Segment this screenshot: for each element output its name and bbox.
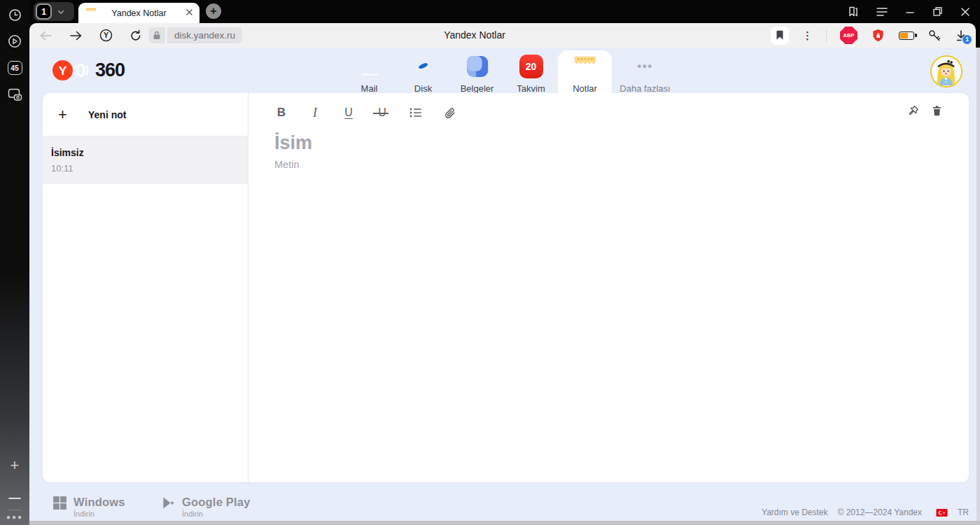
language-selector[interactable]: TR	[958, 507, 969, 517]
download-badge: 1	[962, 35, 972, 44]
tab-count-badge: 1	[36, 4, 52, 20]
battery-icon[interactable]	[899, 31, 914, 40]
logo-y-icon	[52, 60, 73, 80]
browser-side-panel: 45 + ●●●	[0, 0, 29, 525]
titlebar: 1 Yandex Notlar +	[29, 0, 980, 23]
note-title-input[interactable]: İsim	[274, 132, 312, 154]
mail-shortcut-icon[interactable]	[0, 479, 29, 505]
password-manager-icon[interactable]	[927, 29, 941, 43]
bold-button[interactable]: B	[274, 104, 288, 121]
more-apps-icon: •••	[634, 55, 657, 78]
browser-tab[interactable]: Yandex Notlar	[78, 3, 200, 23]
score-badge[interactable]: 45	[0, 55, 29, 81]
lock-icon[interactable]	[148, 27, 165, 43]
google-play-icon	[161, 496, 176, 510]
tab-group-counter[interactable]: 1	[34, 2, 74, 21]
close-button[interactable]	[960, 7, 970, 17]
tab-favicon-notes-icon	[85, 7, 97, 21]
attach-button[interactable]	[442, 104, 456, 121]
app-label-disk: Disk	[414, 83, 432, 94]
page-title: Yandex Notlar	[444, 23, 505, 48]
browser-window: 45 + ●●● 1 Yandex Notlar	[0, 0, 980, 525]
address-bar: Y disk.yandex.ru Yandex Notlar ⋮ ABP	[29, 23, 976, 48]
bookmarks-panel-icon[interactable]	[847, 6, 859, 18]
new-note-button[interactable]: + Yeni not	[43, 93, 248, 136]
windows-download-title: Windows	[74, 496, 125, 509]
new-tab-button[interactable]: +	[206, 4, 221, 19]
url-domain[interactable]: disk.yandex.ru	[167, 27, 242, 43]
mail-app-icon	[358, 55, 382, 78]
app-label-notlar: Notlar	[573, 83, 597, 94]
player-icon[interactable]	[0, 28, 29, 55]
logo-360-lens-icon	[71, 60, 91, 80]
svg-text:Y: Y	[104, 31, 108, 39]
sidebar-add-icon[interactable]: +	[0, 452, 29, 479]
google-play-download-link[interactable]: Google Play İndirin	[161, 496, 251, 518]
bookmark-icon[interactable]	[771, 27, 789, 45]
windows-icon	[52, 496, 67, 510]
protect-shield-icon[interactable]	[871, 28, 886, 43]
note-title: İsimsiz	[51, 147, 239, 158]
google-play-download-title: Google Play	[182, 496, 251, 509]
page-viewport: 360 Mail Disk Belgeler 20 Takvim Notlar	[29, 48, 980, 525]
calendar-app-icon: 20	[519, 55, 543, 78]
forward-icon[interactable]	[69, 30, 83, 41]
yandex-search-icon[interactable]: Y	[99, 29, 113, 42]
tab-close-icon[interactable]	[185, 8, 194, 17]
score-badge-value: 45	[8, 61, 22, 75]
note-editor: B I U U	[249, 93, 969, 482]
note-list-item[interactable]: İsimsiz 10:11	[43, 136, 248, 184]
app-label-mail: Mail	[361, 83, 378, 94]
tab-title: Yandex Notlar	[111, 8, 166, 18]
notes-panel: + Yeni not İsimsiz 10:11	[43, 93, 248, 482]
more-options-icon[interactable]: ⋮	[802, 29, 813, 42]
sidebar-divider	[8, 510, 22, 510]
note-time: 10:11	[51, 163, 239, 174]
documents-app-icon	[465, 55, 489, 78]
menu-icon[interactable]	[876, 7, 888, 17]
windows-download-action: İndirin	[74, 510, 125, 518]
editor-toolbar: B I U U	[274, 103, 456, 122]
toolbar-divider	[826, 29, 827, 42]
downloads-icon[interactable]: 1	[955, 29, 967, 42]
window-right-edge	[976, 48, 980, 525]
chevron-down-icon[interactable]	[57, 8, 65, 16]
window-bottom-edge	[29, 521, 980, 525]
disk-app-icon	[412, 55, 435, 78]
restore-button[interactable]	[932, 6, 943, 17]
underline-button[interactable]: U	[342, 104, 356, 121]
sidebar-more-icon[interactable]: ●●●	[6, 513, 23, 521]
screenshot-icon[interactable]	[0, 81, 29, 108]
note-body-input[interactable]: Metin	[274, 159, 299, 170]
google-play-download-action: İndirin	[182, 510, 251, 518]
plus-icon: +	[58, 106, 72, 124]
history-icon[interactable]	[0, 1, 29, 28]
minimize-button[interactable]	[905, 7, 915, 17]
app-label-takvim: Takvim	[517, 83, 545, 94]
adblock-extension-icon[interactable]: ABP	[840, 27, 858, 44]
app-label-belgeler: Belgeler	[461, 83, 494, 94]
logo-text: 360	[95, 59, 125, 81]
copyright: © 2012—2024 Yandex	[838, 507, 923, 517]
pin-button[interactable]	[906, 104, 920, 118]
notes-card: + Yeni not İsimsiz 10:11 B I U U	[43, 93, 969, 482]
address-bar-row: Y disk.yandex.ru Yandex Notlar ⋮ ABP	[29, 23, 980, 48]
yandex-360-logo[interactable]: 360	[52, 59, 125, 81]
help-link[interactable]: Yardım ve Destek	[762, 507, 827, 517]
strikethrough-button[interactable]: U	[375, 104, 389, 121]
list-button[interactable]	[409, 104, 423, 121]
notes-app-icon	[573, 55, 597, 78]
italic-button[interactable]: I	[308, 104, 322, 121]
back-icon[interactable]	[39, 30, 52, 41]
refresh-icon[interactable]	[130, 29, 142, 42]
app-label-more: Daha fazlası	[620, 83, 670, 94]
delete-button[interactable]	[931, 104, 943, 118]
avatar[interactable]	[930, 55, 962, 88]
new-note-label: Yeni not	[88, 109, 126, 120]
turkey-flag-icon	[936, 509, 948, 517]
windows-download-link[interactable]: Windows İndirin	[52, 496, 125, 518]
